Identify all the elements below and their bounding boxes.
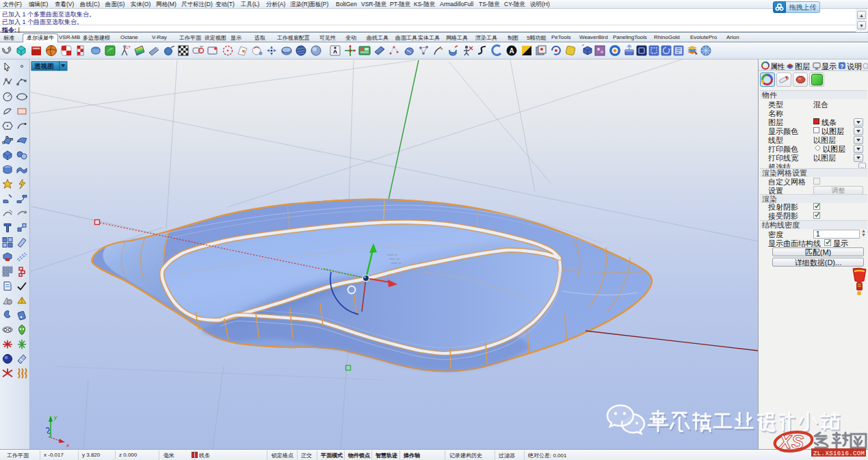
svg-text:ZL.XS1616.COM: ZL.XS1616.COM xyxy=(813,450,865,457)
svg-text:透视图: 透视图 xyxy=(34,62,54,70)
svg-text:A: A xyxy=(510,47,514,55)
svg-text:?: ? xyxy=(840,63,844,70)
svg-text:XS: XS xyxy=(778,432,804,452)
svg-text:C?: C? xyxy=(125,45,131,49)
